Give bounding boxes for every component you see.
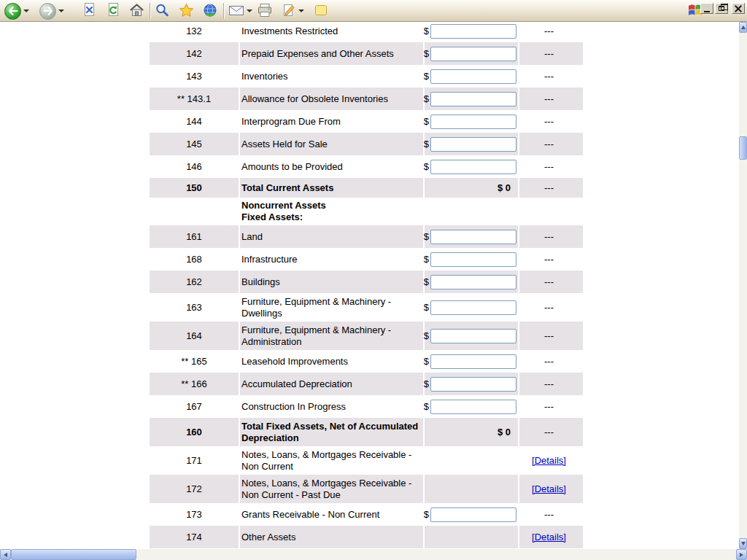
amount-input-161[interactable] <box>430 230 516 244</box>
search-button[interactable] <box>155 2 169 20</box>
line-number: 142 <box>150 42 239 65</box>
scroll-left-button[interactable] <box>0 549 11 560</box>
back-button[interactable] <box>4 2 29 20</box>
line-description: Grants Receivable - Non Current <box>239 503 423 526</box>
tail-cell: --- <box>518 350 578 373</box>
toolbar-separator <box>150 3 151 19</box>
tail-cell: --- <box>518 373 578 395</box>
forward-dropdown-icon[interactable] <box>58 9 64 12</box>
dashes: --- <box>544 254 554 265</box>
amount-input-163[interactable] <box>430 300 516 315</box>
dashes: --- <box>544 231 554 242</box>
dashes: --- <box>544 356 554 367</box>
line-number: ** 165 <box>150 350 239 373</box>
amount-input-173[interactable] <box>430 508 516 522</box>
tail-cell: --- <box>518 178 578 198</box>
value-cell: $ 0 <box>423 418 518 446</box>
mail-button[interactable] <box>228 2 252 20</box>
amount-input-166[interactable] <box>430 377 516 392</box>
amount-input-168[interactable] <box>430 252 516 267</box>
section-subheading: Fixed Assets: <box>241 211 303 223</box>
amount-input-165[interactable] <box>430 354 516 369</box>
messenger-button[interactable] <box>314 2 328 20</box>
restore-button[interactable] <box>715 3 728 14</box>
currency-symbol: $ <box>424 356 429 367</box>
tail-cell: --- <box>518 248 578 271</box>
back-dropdown-icon[interactable] <box>23 9 29 12</box>
search-icon <box>155 3 169 20</box>
edit-icon <box>282 3 296 20</box>
value-cell: $ <box>423 65 518 88</box>
details-link-171[interactable]: [Details] <box>532 455 566 466</box>
stop-button[interactable] <box>82 2 96 20</box>
tail-cell: --- <box>518 22 578 42</box>
amount-input-162[interactable] <box>430 275 516 289</box>
amount-input-145[interactable] <box>430 137 516 152</box>
stop-icon <box>82 2 96 20</box>
amount-input-142[interactable] <box>430 47 516 61</box>
details-link-174[interactable]: [Details] <box>532 532 566 542</box>
amount-input-164[interactable] <box>430 329 516 343</box>
line-number: ** 143.1 <box>150 88 239 110</box>
messenger-icon <box>314 3 328 20</box>
browser-toolbar <box>0 0 747 22</box>
line-number: 163 <box>150 293 239 322</box>
line-number: 160 <box>150 418 239 446</box>
page-content: 132Investments Restricted$---142Prepaid … <box>0 22 739 549</box>
amount-input-146[interactable] <box>430 160 516 174</box>
line-description: Furniture, Equipment & Machinery - Admin… <box>239 322 423 350</box>
amount-input-144[interactable] <box>430 114 516 129</box>
home-icon <box>129 3 144 20</box>
table-row-167: 167Construction In Progress$--- <box>150 395 583 418</box>
line-description: Furniture, Equipment & Machinery - Dwell… <box>239 293 423 322</box>
home-button[interactable] <box>129 2 144 20</box>
line-number: 168 <box>150 248 239 271</box>
arrow-left-icon <box>4 553 7 557</box>
value-cell: $ <box>423 350 518 373</box>
tail-cell: --- <box>518 418 578 446</box>
tail-cell: [Details] <box>518 475 578 503</box>
print-button[interactable] <box>257 2 273 20</box>
horizontal-scroll-thumb[interactable] <box>11 549 136 560</box>
close-button[interactable] <box>732 3 745 14</box>
amount-input-167[interactable] <box>430 400 516 414</box>
table-row-160: 160Total Fixed Assets, Net of Accumulate… <box>150 418 583 446</box>
currency-symbol: $ <box>424 378 429 389</box>
dashes: --- <box>544 427 554 438</box>
amount-input-143[interactable] <box>430 69 516 84</box>
media-button[interactable] <box>203 2 217 20</box>
scroll-right-button[interactable] <box>736 549 747 560</box>
table-row-173: 173Grants Receivable - Non Current$--- <box>150 503 583 526</box>
vertical-scrollbar[interactable] <box>739 22 747 549</box>
table-row-174: 174Other Assets[Details] <box>150 526 583 548</box>
refresh-icon <box>106 2 120 20</box>
total-amount: $ 0 <box>498 427 516 438</box>
refresh-button[interactable] <box>106 2 120 20</box>
amount-input-143.1[interactable] <box>430 92 516 106</box>
minimize-button[interactable] <box>700 3 713 14</box>
edit-dropdown-icon[interactable] <box>298 9 304 12</box>
line-number: 164 <box>150 322 239 350</box>
amount-input-132[interactable] <box>430 24 516 39</box>
currency-symbol: $ <box>424 139 429 149</box>
horizontal-scrollbar[interactable] <box>0 549 747 560</box>
line-description: Land <box>239 225 423 248</box>
forward-button[interactable] <box>39 2 64 20</box>
tail-cell: [Details] <box>518 446 578 475</box>
back-icon <box>4 3 21 20</box>
line-number <box>150 198 239 225</box>
scroll-down-button[interactable] <box>739 538 747 549</box>
value-cell: $ <box>423 42 518 65</box>
edit-button[interactable] <box>282 2 304 20</box>
currency-symbol: $ <box>424 330 429 341</box>
scroll-up-button[interactable] <box>739 22 747 33</box>
favorites-star-icon <box>179 3 194 20</box>
currency-symbol: $ <box>424 231 429 242</box>
details-link-172[interactable]: [Details] <box>532 483 566 494</box>
mail-dropdown-icon[interactable] <box>247 9 252 12</box>
vertical-scroll-thumb[interactable] <box>739 136 747 160</box>
table-row-161: 161Land$--- <box>150 225 583 248</box>
favorites-button[interactable] <box>179 2 194 20</box>
line-number: 162 <box>150 271 239 293</box>
line-description: Infrastructure <box>239 248 423 271</box>
